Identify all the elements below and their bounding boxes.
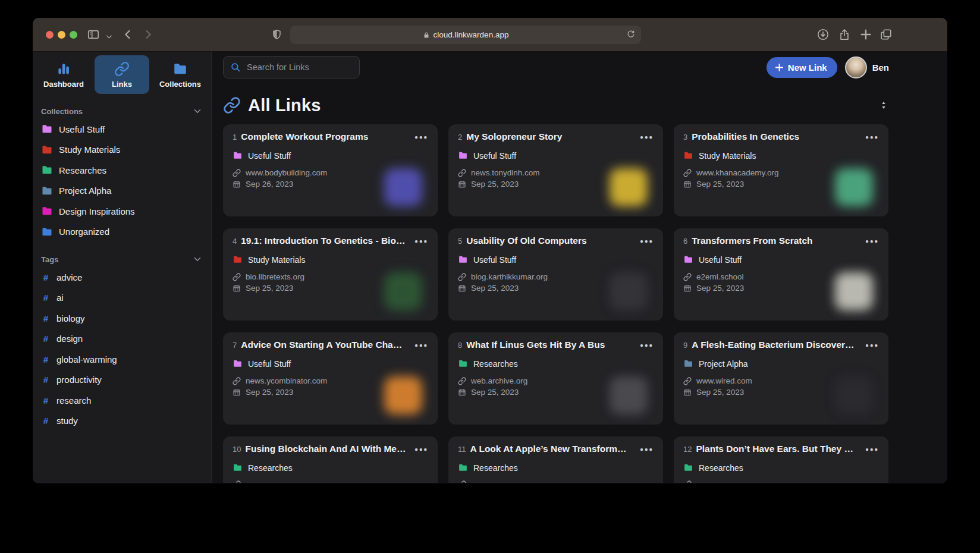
link-icon — [683, 480, 692, 483]
sidebar-tag-item[interactable]: # biology — [33, 308, 211, 329]
collections-section-header: Collections — [41, 106, 203, 117]
card-collection[interactable]: Useful Stuff — [233, 150, 428, 161]
card-collection[interactable]: Researches — [233, 463, 428, 473]
user-avatar[interactable] — [845, 56, 867, 78]
chevron-down-icon[interactable] — [192, 254, 203, 265]
card-collection[interactable]: Useful Stuff — [233, 359, 428, 369]
card-url[interactable]: www.wired.com — [683, 376, 879, 385]
sidebar-collection-item[interactable]: Study Materials — [33, 140, 211, 161]
card-collection[interactable]: Researches — [458, 359, 654, 369]
nav-tab-collections[interactable]: Collections — [153, 55, 208, 94]
sidebar-tag-item[interactable]: # ai — [33, 288, 211, 309]
link-card[interactable]: 4 19.1: Introduction To Genetics - Bio… … — [223, 228, 438, 321]
card-url-text: blog.karthikkumar.org — [471, 272, 548, 281]
close-window-button[interactable] — [46, 31, 54, 39]
sidebar-tag-item[interactable]: # productivity — [33, 370, 211, 391]
card-collection[interactable]: Study Materials — [233, 254, 428, 265]
card-collection[interactable]: Useful Stuff — [458, 254, 654, 265]
card-url[interactable]: www.bodybuilding.com — [233, 168, 428, 177]
card-menu-button[interactable]: ●●● — [637, 446, 654, 453]
sidebar-collection-item[interactable]: Unorganized — [33, 222, 211, 243]
sidebar-collection-item[interactable]: Design Inspirations — [33, 201, 211, 222]
card-collection-name: Useful Stuff — [248, 359, 291, 369]
share-button[interactable] — [838, 28, 851, 41]
sidebar-collection-item[interactable]: Useful Stuff — [33, 119, 211, 140]
card-url[interactable] — [233, 480, 428, 483]
card-url[interactable]: www.khanacademy.org — [683, 168, 879, 177]
calendar-icon — [683, 284, 692, 293]
card-collection[interactable]: Project Alpha — [683, 359, 879, 369]
sort-button[interactable] — [878, 100, 889, 111]
card-collection[interactable]: Useful Stuff — [458, 150, 654, 161]
search-input[interactable] — [223, 56, 360, 78]
card-url[interactable]: bio.libretexts.org — [233, 272, 428, 281]
card-url[interactable]: news.ycombinator.com — [233, 376, 428, 385]
nav-tab-links[interactable]: Links — [95, 55, 149, 94]
card-url[interactable]: e2eml.school — [683, 272, 879, 281]
sidebar-tag-item[interactable]: # advice — [33, 267, 211, 288]
reload-icon[interactable] — [626, 30, 636, 39]
chevron-down-icon[interactable] — [192, 106, 203, 117]
privacy-shield-icon[interactable] — [271, 28, 282, 41]
link-card[interactable]: 1 Complete Workout Programs ●●● Useful S… — [223, 124, 438, 216]
link-card[interactable]: 10 Fusing Blockchain And AI With Me… ●●●… — [223, 436, 438, 483]
sidebar-collection-item[interactable]: Researches — [33, 160, 211, 181]
tags-header-label: Tags — [41, 255, 58, 264]
folder-icon — [172, 61, 188, 77]
card-menu-button[interactable]: ●●● — [412, 446, 428, 453]
new-link-button[interactable]: New Link — [767, 57, 837, 78]
card-menu-button[interactable]: ●●● — [637, 134, 654, 140]
card-url[interactable]: blog.karthikkumar.org — [458, 272, 654, 281]
show-tabs-button[interactable] — [880, 28, 893, 41]
card-menu-button[interactable]: ●●● — [863, 342, 879, 348]
link-card[interactable]: 3 Probabilities In Genetics ●●● Study Ma… — [674, 124, 888, 216]
card-menu-button[interactable]: ●●● — [637, 238, 654, 244]
folder-icon — [458, 359, 468, 369]
minimize-window-button[interactable] — [58, 31, 65, 39]
card-menu-button[interactable]: ●●● — [412, 342, 428, 348]
link-card[interactable]: 8 What If Linus Gets Hit By A Bus ●●● Re… — [448, 332, 663, 425]
card-url[interactable] — [458, 480, 654, 483]
sidebar-tag-item[interactable]: # study — [33, 411, 211, 432]
card-collection[interactable]: Researches — [458, 463, 654, 473]
card-url[interactable]: news.tonydinh.com — [458, 168, 654, 177]
nav-tab-dashboard[interactable]: Dashboard — [36, 55, 91, 94]
sidebar-tag-item[interactable]: # global-warming — [33, 349, 211, 370]
back-button[interactable] — [121, 28, 134, 41]
card-index: 10 — [233, 445, 241, 454]
sidebar-nav: Dashboard Links Collections — [33, 52, 211, 94]
card-menu-button[interactable]: ●●● — [863, 238, 879, 244]
link-card[interactable]: 12 Plants Don’t Have Ears. But They … ●●… — [674, 436, 888, 483]
card-menu-button[interactable]: ●●● — [412, 238, 428, 244]
forward-button[interactable] — [142, 28, 155, 41]
card-url[interactable]: web.archive.org — [458, 376, 654, 385]
link-icon — [233, 169, 241, 177]
link-card[interactable]: 9 A Flesh-Eating Bacterium Discover… ●●●… — [674, 332, 888, 425]
hash-icon: # — [41, 313, 51, 323]
card-menu-button[interactable]: ●●● — [412, 134, 428, 140]
link-card[interactable]: 5 Usability Of Old Computers ●●● Useful … — [448, 228, 663, 321]
hash-icon: # — [41, 375, 51, 385]
browser-window: cloud.linkwarden.app Dashboard Links — [33, 18, 947, 483]
link-card[interactable]: 2 My Solopreneur Story ●●● Useful Stuff … — [448, 124, 663, 216]
chevron-down-icon[interactable] — [105, 30, 114, 43]
sidebar-tag-item[interactable]: # research — [33, 390, 211, 411]
card-menu-button[interactable]: ●●● — [863, 134, 879, 140]
sidebar-collection-item[interactable]: Project Alpha — [33, 181, 211, 202]
zoom-window-button[interactable] — [70, 31, 77, 39]
sidebar-toggle-icon[interactable] — [87, 28, 100, 41]
link-card[interactable]: 6 Transformers From Scratch ●●● Useful S… — [674, 228, 888, 321]
sidebar-tag-item[interactable]: # design — [33, 329, 211, 350]
link-card[interactable]: 11 A Look At Apple’s New Transform… ●●● … — [448, 436, 663, 483]
card-collection[interactable]: Researches — [683, 463, 879, 473]
link-card[interactable]: 7 Advice On Starting A YouTube Cha… ●●● … — [223, 332, 438, 425]
card-collection[interactable]: Study Materials — [683, 150, 879, 161]
card-menu-button[interactable]: ●●● — [863, 446, 879, 453]
card-menu-button[interactable]: ●●● — [637, 342, 654, 348]
downloads-button[interactable] — [816, 28, 830, 41]
card-url-text: e2eml.school — [696, 272, 744, 281]
card-url[interactable] — [683, 480, 879, 483]
new-tab-button[interactable] — [859, 28, 872, 41]
address-bar[interactable]: cloud.linkwarden.app — [290, 26, 641, 44]
card-collection[interactable]: Useful Stuff — [683, 254, 879, 265]
